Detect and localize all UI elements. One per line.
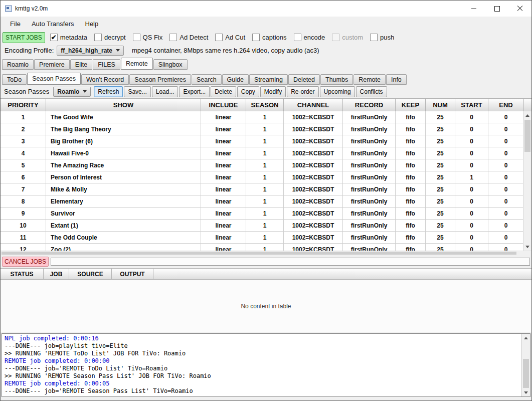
column-header-keep[interactable]: KEEP (396, 99, 426, 111)
scrollbar-thumb[interactable] (524, 120, 530, 152)
tab-won-t-record[interactable]: Won't Record (81, 74, 129, 85)
column-header-end[interactable]: END (488, 99, 524, 111)
load-button[interactable]: Load... (152, 86, 179, 97)
copy-button[interactable]: Copy (237, 86, 259, 97)
jobs-column-header-output[interactable]: OUTPUT (112, 269, 153, 279)
scrollbar-thumb[interactable] (523, 359, 529, 388)
tab-thumbs[interactable]: Thumbs (320, 74, 353, 85)
checkbox-metadata[interactable]: ✔metadata (50, 34, 87, 41)
checkbox-box[interactable] (94, 34, 102, 41)
table-row[interactable]: 7Mike & Mollylinear11002=KCBSDTfirstRunO… (1, 183, 523, 195)
checkbox-label: push (380, 34, 394, 41)
scroll-up-icon[interactable] (522, 334, 530, 342)
jobs-column-header-status[interactable]: STATUS (1, 269, 44, 279)
cell-keep: fifo (396, 195, 426, 208)
refresh-button[interactable]: Refresh (94, 86, 123, 97)
checkbox-ad-detect[interactable]: Ad Detect (169, 34, 208, 41)
tab-elite[interactable]: Elite (70, 59, 92, 70)
tivo-select[interactable]: Roamio (53, 87, 91, 97)
column-header-show[interactable]: SHOW (46, 99, 201, 111)
cell-num: 25 (426, 183, 455, 195)
column-header-channel[interactable]: CHANNEL (284, 99, 343, 111)
jobs-column-header-job[interactable]: JOB (44, 269, 69, 279)
menu-item-help[interactable]: Help (80, 18, 104, 30)
tab-remote[interactable]: Remote (121, 58, 153, 70)
scrollbar-track[interactable] (522, 342, 530, 388)
tab-deleted[interactable]: Deleted (288, 74, 320, 85)
log-lines[interactable]: NPL job completed: 0:00:16---DONE--- job… (2, 334, 521, 396)
menu-item-file[interactable]: File (5, 18, 26, 30)
scroll-down-icon[interactable] (522, 388, 530, 396)
delete-button[interactable]: Delete (211, 86, 236, 97)
tab-info[interactable]: Info (386, 74, 407, 85)
export-button[interactable]: Export... (179, 86, 210, 97)
table-row[interactable]: 3Big Brother (6)linear11002=KCBSDTfirstR… (1, 135, 523, 147)
tab-guide[interactable]: Guide (222, 74, 249, 85)
conflicts-button[interactable]: Conflicts (356, 86, 387, 97)
checkbox-box[interactable] (215, 34, 223, 41)
column-header-record[interactable]: RECORD (343, 99, 396, 111)
tab-season-passes[interactable]: Season Passes (27, 73, 81, 85)
jobs-table-body: No content in table (1, 280, 531, 332)
tab-slingbox[interactable]: Slingbox (153, 59, 188, 70)
table-row[interactable]: 11The Odd Couplelinear11002=KCBSDTfirstR… (1, 232, 523, 244)
tab-season-premieres[interactable]: Season Premieres (129, 74, 191, 85)
start-jobs-button[interactable]: START JOBS (3, 32, 45, 43)
sp-table-scrollbar[interactable] (523, 111, 531, 251)
menu-item-auto-transfers[interactable]: Auto Transfers (26, 18, 80, 30)
scroll-up-icon[interactable] (523, 111, 531, 119)
tab-search[interactable]: Search (192, 74, 222, 85)
column-header-num[interactable]: NUM (426, 99, 455, 111)
maximize-button[interactable] (485, 1, 508, 17)
table-row[interactable]: 10Extant (1)linear11002=KCBSDTfirstRunOn… (1, 220, 523, 232)
table-row[interactable]: 1The Good Wifelinear11002=KCBSDTfirstRun… (1, 111, 523, 123)
log-scrollbar[interactable] (521, 334, 530, 396)
cell-priority: 7 (1, 183, 46, 195)
checkbox-ad-cut[interactable]: Ad Cut (215, 34, 245, 41)
minimize-button[interactable] (462, 1, 485, 17)
table-row[interactable]: 2The Big Bang Theorylinear11002=KCBSDTfi… (1, 123, 523, 135)
table-row[interactable]: 8Elementarylinear11002=KCBSDTfirstRunOnl… (1, 195, 523, 208)
checkbox-encode[interactable]: encode (294, 34, 325, 41)
table-row[interactable]: 6Person of Interestlinear11002=KCBSDTfir… (1, 171, 523, 183)
cell-start: 0 (455, 195, 488, 208)
sp-table-hscrollbar[interactable] (1, 251, 531, 255)
upcoming-button[interactable]: Upcoming (320, 86, 355, 97)
table-row[interactable]: 12Zoo (2)linear11002=KCBSDTfirstRunOnlyf… (1, 244, 523, 251)
column-header-include[interactable]: INCLUDE (201, 99, 246, 111)
table-row[interactable]: 9Survivorlinear11002=KCBSDTfirstRunOnlyf… (1, 208, 523, 220)
cell-priority: 8 (1, 195, 46, 208)
cell-start: 1 (455, 171, 488, 183)
tab-premiere[interactable]: Premiere (34, 59, 70, 70)
table-row[interactable]: 5The Amazing Racelinear11002=KCBSDTfirst… (1, 159, 523, 171)
tab-files[interactable]: FILES (93, 59, 120, 70)
re-order-button[interactable]: Re-order (287, 86, 318, 97)
tab-remote[interactable]: Remote (353, 74, 386, 85)
scrollbar-track[interactable] (523, 119, 531, 243)
tab-todo[interactable]: ToDo (2, 74, 27, 85)
tab-streaming[interactable]: Streaming (249, 74, 288, 85)
checkbox-checked-icon[interactable]: ✔ (50, 34, 58, 41)
checkbox-push[interactable]: push (370, 34, 394, 41)
jobs-column-header-source[interactable]: SOURCE (69, 269, 112, 279)
close-button[interactable] (508, 1, 531, 17)
checkbox-box[interactable] (252, 34, 260, 41)
checkbox-box[interactable] (169, 34, 177, 41)
save-button[interactable]: Save... (124, 86, 150, 97)
checkbox-qs-fix[interactable]: QS Fix (133, 34, 163, 41)
checkbox-captions[interactable]: captions (252, 34, 286, 41)
column-header-season[interactable]: SEASON (246, 99, 284, 111)
cancel-jobs-button[interactable]: CANCEL JOBS (2, 257, 49, 267)
table-row[interactable]: 4Hawaii Five-0linear11002=KCBSDTfirstRun… (1, 147, 523, 159)
column-header-priority[interactable]: PRIORITY (1, 99, 46, 111)
checkbox-box[interactable] (370, 34, 378, 41)
modify-button[interactable]: Modify (260, 86, 286, 97)
encoding-profile-select[interactable]: ff_h264_high_rate (57, 46, 124, 56)
scroll-down-icon[interactable] (523, 243, 531, 251)
checkbox-box[interactable] (133, 34, 140, 41)
hscrollbar-thumb[interactable] (2, 252, 516, 255)
column-header-start[interactable]: START (455, 99, 488, 111)
checkbox-decrypt[interactable]: decrypt (94, 34, 126, 41)
checkbox-box[interactable] (294, 34, 301, 41)
tab-roamio[interactable]: Roamio (2, 59, 34, 70)
